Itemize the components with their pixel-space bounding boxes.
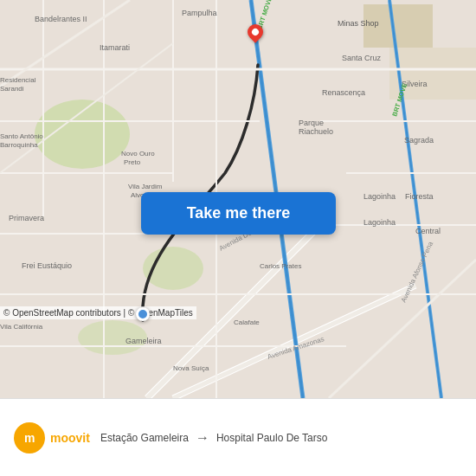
svg-text:Pampulha: Pampulha <box>182 9 217 17</box>
moovit-logo: m moovit <box>14 422 90 453</box>
svg-text:Carlos Prates: Carlos Prates <box>260 262 301 270</box>
svg-text:Residencial: Residencial <box>0 76 36 84</box>
svg-text:Gameleira: Gameleira <box>125 337 162 345</box>
svg-text:Sarandi: Sarandi <box>0 85 24 93</box>
svg-text:Renascença: Renascença <box>322 88 365 97</box>
take-me-there-button[interactable]: Take me there <box>141 192 336 235</box>
svg-text:Santa Cruz: Santa Cruz <box>342 54 382 62</box>
svg-text:Vila Jardim: Vila Jardim <box>128 183 163 190</box>
svg-point-1 <box>35 100 130 169</box>
svg-text:Nova Suíça: Nova Suíça <box>173 364 209 372</box>
svg-text:Novo Ouro: Novo Ouro <box>121 150 155 158</box>
svg-text:Lagoinha: Lagoinha <box>363 192 396 201</box>
svg-text:Primavera: Primavera <box>9 214 44 222</box>
route-info: Estação Gameleira → Hospital Paulo De Ta… <box>100 430 462 446</box>
origin-pin <box>136 307 150 321</box>
svg-text:Santo Antônio: Santo Antônio <box>0 132 43 140</box>
map-attribution: © OpenStreetMap contributors | © OpenMap… <box>0 306 196 319</box>
svg-text:Vila Califórnia: Vila Califórnia <box>0 323 43 331</box>
map-container: Bandelrantes II Pampulha Itamarati Resid… <box>0 0 476 398</box>
svg-text:m: m <box>24 431 35 445</box>
destination-label: Hospital Paulo De Tarso <box>216 432 328 444</box>
svg-text:Calafate: Calafate <box>234 318 260 326</box>
moovit-text: moovit <box>50 431 90 445</box>
moovit-logo-icon: m <box>14 422 45 453</box>
svg-text:Riachuelo: Riachuelo <box>299 127 333 136</box>
svg-text:Bandelrantes II: Bandelrantes II <box>35 15 87 23</box>
svg-text:Itamarati: Itamarati <box>100 43 130 52</box>
svg-text:Parque: Parque <box>299 119 324 127</box>
svg-text:Minas Shop: Minas Shop <box>338 19 379 28</box>
svg-text:Preto: Preto <box>124 158 141 166</box>
svg-text:Lagoinha: Lagoinha <box>363 218 396 227</box>
arrow-icon: → <box>196 430 209 446</box>
svg-text:Central: Central <box>415 227 441 235</box>
origin-label: Estação Gameleira <box>100 432 189 444</box>
bottom-bar: m moovit Estação Gameleira → Hospital Pa… <box>0 398 476 476</box>
svg-text:Frei Eustáquio: Frei Eustáquio <box>22 261 72 270</box>
svg-text:Barroquinha: Barroquinha <box>0 141 38 149</box>
svg-text:Fioresta: Fioresta <box>405 192 434 201</box>
svg-text:Sagrada: Sagrada <box>404 136 434 145</box>
